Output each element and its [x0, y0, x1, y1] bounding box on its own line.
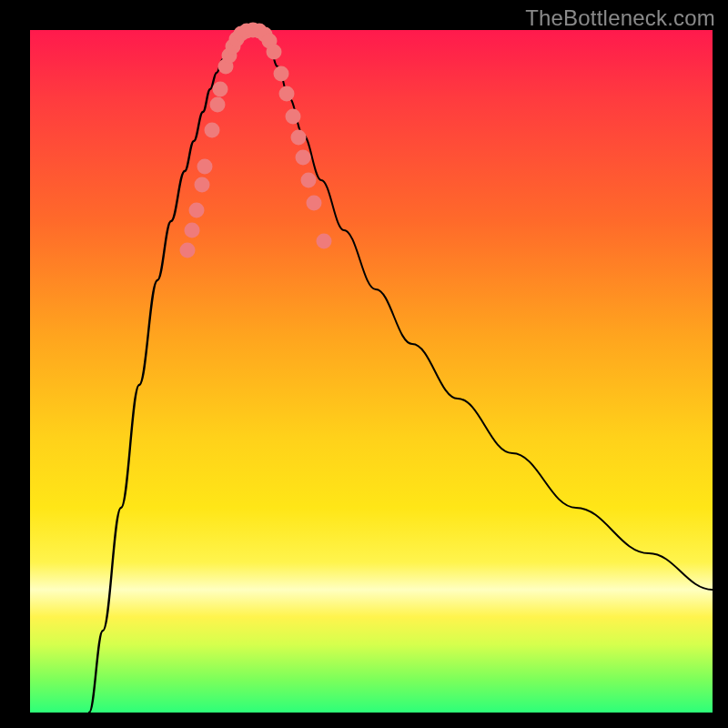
data-marker — [195, 177, 210, 193]
data-marker — [189, 203, 205, 218]
data-marker — [286, 109, 301, 125]
data-marker — [296, 150, 311, 166]
data-marker — [307, 196, 322, 211]
data-marker — [185, 223, 200, 238]
data-marker — [180, 243, 196, 258]
watermark-text: TheBottleneck.com — [525, 5, 715, 31]
curve-right-branch — [262, 32, 713, 590]
chart-frame: TheBottleneck.com — [0, 0, 728, 728]
data-marker — [210, 97, 226, 113]
data-marker — [267, 45, 282, 60]
data-marker — [213, 82, 228, 97]
chart-overlay — [30, 30, 713, 713]
data-marker — [274, 66, 289, 82]
data-marker — [301, 173, 317, 188]
data-marker — [317, 234, 332, 249]
data-marker — [205, 123, 220, 138]
data-marker — [279, 86, 295, 102]
marker-group — [180, 23, 332, 258]
data-marker — [291, 130, 307, 146]
data-marker — [197, 159, 213, 175]
